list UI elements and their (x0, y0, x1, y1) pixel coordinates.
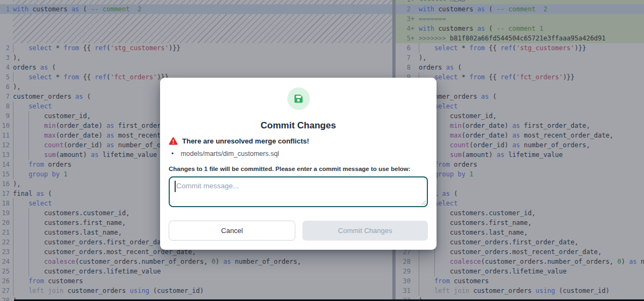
text-caret (175, 181, 176, 192)
modal-buttons: Cancel Commit Changes (169, 221, 428, 241)
modal-title: Commit Changes (169, 120, 428, 131)
dbt-ide-screen: 1with customers as ( -- comment 22select… (0, 0, 644, 301)
commit-instruction: Changes to 1 file will be committed. Ple… (169, 166, 428, 172)
warning-text: There are unresolved merge conflicts! (182, 137, 309, 145)
cancel-button[interactable]: Cancel (169, 221, 295, 241)
save-icon (287, 87, 310, 110)
commit-changes-button[interactable]: Commit Changes (302, 221, 428, 241)
commit-message-input[interactable] (169, 176, 428, 207)
merge-conflict-warning: There are unresolved merge conflicts! (169, 137, 428, 145)
commit-changes-modal: Commit Changes There are unresolved merg… (160, 78, 437, 250)
warning-icon (169, 137, 178, 145)
conflicted-file-item: models/marts/dim_customers.sql (169, 150, 428, 158)
commit-message-field-wrap (169, 176, 428, 207)
